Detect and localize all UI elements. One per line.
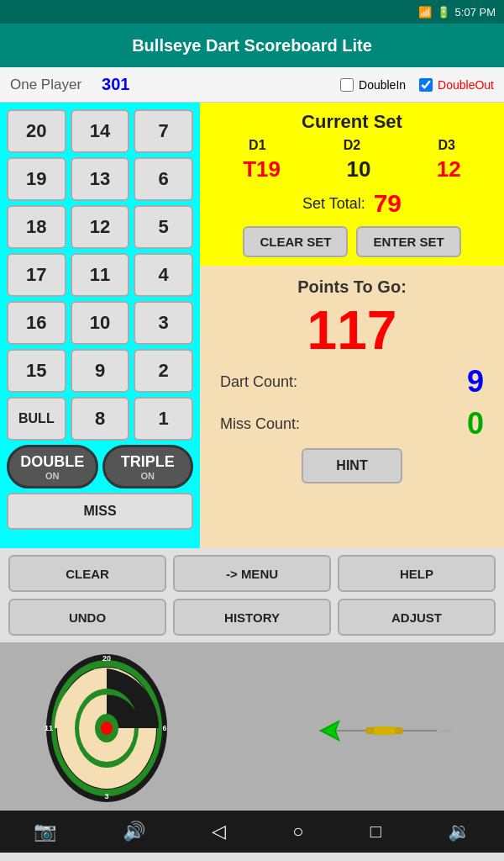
miss-row: MISS (7, 493, 193, 530)
key-3[interactable]: 3 (134, 301, 193, 345)
svg-rect-19 (374, 726, 395, 735)
dartboard-area: 20 3 11 6 (0, 642, 504, 811)
key-1[interactable]: 1 (134, 397, 193, 441)
double-in-group[interactable]: DoubleIn (340, 78, 406, 92)
key-14[interactable]: 14 (71, 109, 130, 153)
clear-set-button[interactable]: CLEAR SET (243, 226, 348, 257)
enter-set-button[interactable]: ENTER SET (356, 226, 460, 257)
points-to-go-value: 117 (213, 304, 491, 357)
triple-sublabel: ON (141, 471, 155, 481)
history-button[interactable]: HISTORY (173, 599, 331, 636)
svg-text:20: 20 (102, 654, 111, 663)
keypad: 20 14 7 19 13 6 18 12 5 17 11 4 16 10 3 … (0, 103, 200, 548)
dart-count-value: 9 (467, 364, 484, 399)
volume-icon[interactable]: 🔊 (123, 821, 145, 843)
camera-icon[interactable]: 📷 (34, 821, 56, 843)
key-4[interactable]: 4 (134, 253, 193, 297)
modifier-row: DOUBLE ON TRIPLE ON (7, 445, 193, 489)
dart-values: T19 10 12 (210, 156, 494, 182)
key-8[interactable]: 8 (71, 397, 130, 441)
menu-button[interactable]: -> MENU (173, 555, 331, 592)
key-16[interactable]: 16 (7, 301, 66, 345)
back-icon[interactable]: ◁ (212, 821, 226, 843)
set-buttons: CLEAR SET ENTER SET (210, 226, 494, 257)
right-panel: Current Set D1 D2 D3 T19 10 12 Set Total… (200, 103, 504, 548)
miss-button[interactable]: MISS (7, 493, 193, 530)
action-buttons: CLEAR -> MENU HELP UNDO HISTORY ADJUST (0, 548, 504, 642)
set-total-row: Set Total: 79 (210, 189, 494, 218)
time-display: 5:07 PM (455, 6, 496, 18)
key-15[interactable]: 15 (7, 349, 66, 393)
points-section: Points To Go: 117 Dart Count: 9 Miss Cou… (200, 266, 504, 548)
help-button[interactable]: HELP (338, 555, 496, 592)
key-5[interactable]: 5 (134, 205, 193, 249)
hint-button[interactable]: HINT (302, 448, 402, 483)
dart-count-label: Dart Count: (220, 373, 297, 391)
bottom-nav: 📷 🔊 ◁ ○ □ 🔉 (0, 811, 504, 853)
dart-headers: D1 D2 D3 (210, 138, 494, 153)
app-title: Bullseye Dart Scoreboard Lite (132, 36, 372, 55)
key-17[interactable]: 17 (7, 253, 66, 297)
key-20[interactable]: 20 (7, 109, 66, 153)
key-6[interactable]: 6 (134, 157, 193, 201)
key-row-7: BULL 8 1 (7, 397, 193, 441)
svg-text:6: 6 (162, 724, 166, 732)
triple-label: TRIPLE (121, 453, 175, 471)
double-sublabel: ON (45, 471, 60, 481)
dart-value-3: 12 (437, 156, 461, 182)
undo-button[interactable]: UNDO (8, 599, 166, 636)
current-set-title: Current Set (210, 111, 494, 133)
wifi-icon: 📶 (418, 6, 432, 18)
double-out-checkbox[interactable] (419, 78, 433, 92)
double-button[interactable]: DOUBLE ON (7, 445, 98, 489)
svg-text:11: 11 (45, 724, 53, 732)
set-total-label: Set Total: (302, 195, 365, 213)
key-2[interactable]: 2 (134, 349, 193, 393)
key-13[interactable]: 13 (71, 157, 130, 201)
miss-count-value: 0 (467, 406, 484, 441)
key-12[interactable]: 12 (71, 205, 130, 249)
key-7[interactable]: 7 (134, 109, 193, 153)
home-icon[interactable]: ○ (292, 821, 303, 843)
double-out-label: DoubleOut (438, 78, 494, 92)
status-icons: 📶 🔋 5:07 PM (418, 6, 496, 18)
key-row-3: 18 12 5 (7, 205, 193, 249)
dart-value-2: 10 (346, 156, 370, 182)
double-out-group[interactable]: DoubleOut (419, 78, 494, 92)
key-18[interactable]: 18 (7, 205, 66, 249)
clear-button[interactable]: CLEAR (8, 555, 166, 592)
key-row-4: 17 11 4 (7, 253, 193, 297)
miss-count-row: Miss Count: 0 (213, 406, 491, 441)
player-label: One Player (10, 77, 81, 93)
title-bar: Bullseye Dart Scoreboard Lite (0, 24, 504, 67)
speaker-icon[interactable]: 🔉 (448, 821, 470, 843)
dart-image (319, 718, 470, 743)
key-9[interactable]: 9 (71, 349, 130, 393)
adjust-button[interactable]: ADJUST (338, 599, 496, 636)
status-bar: 📶 🔋 5:07 PM (0, 0, 504, 24)
key-19[interactable]: 19 (7, 157, 66, 201)
key-row-5: 16 10 3 (7, 301, 193, 345)
score-value: 301 (102, 75, 129, 94)
set-total-value: 79 (374, 189, 402, 218)
double-in-checkbox[interactable] (340, 78, 354, 92)
key-10[interactable]: 10 (71, 301, 130, 345)
key-row-6: 15 9 2 (7, 349, 193, 393)
battery-icon: 🔋 (437, 6, 450, 18)
triple-button[interactable]: TRIPLE ON (102, 445, 194, 489)
dart-header-d1: D1 (249, 138, 265, 153)
main-area: 20 14 7 19 13 6 18 12 5 17 11 4 16 10 3 … (0, 103, 504, 548)
svg-marker-21 (437, 729, 452, 732)
recents-icon[interactable]: □ (370, 821, 381, 843)
key-bull[interactable]: BULL (7, 397, 66, 441)
dart-header-d3: D3 (438, 138, 454, 153)
dart-value-1: T19 (243, 156, 281, 182)
key-11[interactable]: 11 (71, 253, 130, 297)
svg-point-12 (101, 721, 113, 735)
key-row-2: 19 13 6 (7, 157, 193, 201)
double-label: DOUBLE (20, 453, 84, 471)
header-row: One Player 301 DoubleIn DoubleOut (0, 67, 504, 103)
dart-count-row: Dart Count: 9 (213, 364, 491, 399)
miss-count-label: Miss Count: (220, 415, 300, 433)
points-to-go-label: Points To Go: (213, 277, 491, 297)
